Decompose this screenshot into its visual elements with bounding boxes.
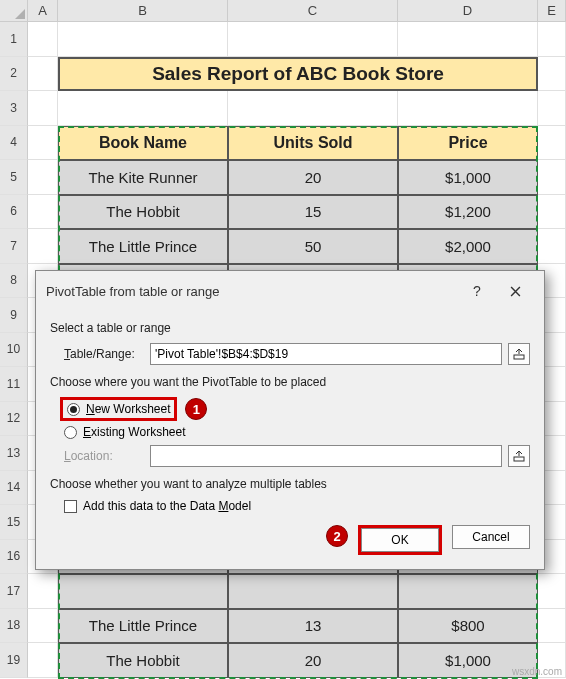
table-row: The Hobbit 20 $1,000: [28, 643, 566, 678]
annotation-box-2: OK: [358, 525, 442, 555]
callout-1: 1: [185, 398, 207, 420]
table-range-label: Table/Range:: [64, 347, 144, 361]
close-icon: [510, 286, 521, 297]
location-label: Location:: [64, 449, 144, 463]
watermark: wsxdn.com: [512, 666, 562, 677]
row-header[interactable]: 4: [0, 126, 28, 161]
row-header[interactable]: 16: [0, 540, 28, 575]
col-header-d[interactable]: D: [398, 0, 538, 21]
svg-rect-0: [514, 355, 524, 359]
annotation-box-1: New Worksheet: [60, 397, 177, 421]
col-header-a[interactable]: A: [28, 0, 58, 21]
radio-existing-worksheet-label: Existing Worksheet: [83, 425, 186, 439]
collapse-dialog-button[interactable]: [508, 343, 530, 365]
collapse-icon: [513, 348, 525, 360]
table-header: Book Name: [58, 126, 228, 161]
dialog-titlebar[interactable]: PivotTable from table or range ?: [36, 271, 544, 311]
section-select-range: Select a table or range: [50, 321, 530, 335]
table-header: Price: [398, 126, 538, 161]
row-header[interactable]: 19: [0, 643, 28, 678]
table-range-input[interactable]: [150, 343, 502, 365]
row-header[interactable]: 13: [0, 436, 28, 471]
table-header: Units Sold: [228, 126, 398, 161]
radio-new-worksheet[interactable]: [67, 403, 80, 416]
row-header[interactable]: 9: [0, 298, 28, 333]
ok-button[interactable]: OK: [361, 528, 439, 552]
checkbox-data-model[interactable]: [64, 500, 77, 513]
select-all-corner[interactable]: [0, 0, 28, 21]
row-header[interactable]: 18: [0, 609, 28, 644]
checkbox-data-model-label: Add this data to the Data Model: [83, 499, 251, 513]
radio-new-worksheet-label: New Worksheet: [86, 402, 170, 416]
table-row: The Kite Runner 20 $1,000: [28, 160, 566, 195]
table-row: The Little Prince 50 $2,000: [28, 229, 566, 264]
col-header-c[interactable]: C: [228, 0, 398, 21]
row-header[interactable]: 11: [0, 367, 28, 402]
collapse-dialog-button-2[interactable]: [508, 445, 530, 467]
radio-existing-worksheet[interactable]: [64, 426, 77, 439]
row-header[interactable]: 10: [0, 333, 28, 368]
column-headers: A B C D E: [0, 0, 566, 22]
row-header[interactable]: 7: [0, 229, 28, 264]
row-header[interactable]: 8: [0, 264, 28, 299]
location-input: [150, 445, 502, 467]
spreadsheet: A B C D E 1 2 3 4 5 6 7 8 9 10 11 12 13 …: [0, 0, 566, 679]
row-header[interactable]: 5: [0, 160, 28, 195]
row-header[interactable]: 6: [0, 195, 28, 230]
svg-rect-1: [514, 457, 524, 461]
row-header[interactable]: 12: [0, 402, 28, 437]
col-header-b[interactable]: B: [58, 0, 228, 21]
row-header[interactable]: 3: [0, 91, 28, 126]
close-button[interactable]: [496, 279, 534, 303]
table-row: The Hobbit 15 $1,200: [28, 195, 566, 230]
pivottable-dialog: PivotTable from table or range ? Select …: [35, 270, 545, 570]
callout-2: 2: [326, 525, 348, 547]
section-multiple-tables: Choose whether you want to analyze multi…: [50, 477, 530, 491]
section-placement: Choose where you want the PivotTable to …: [50, 375, 530, 389]
dialog-title: PivotTable from table or range: [46, 284, 458, 299]
row-headers: 1 2 3 4 5 6 7 8 9 10 11 12 13 14 15 16 1…: [0, 22, 28, 678]
cancel-button[interactable]: Cancel: [452, 525, 530, 549]
row-header[interactable]: 1: [0, 22, 28, 57]
row-header[interactable]: 17: [0, 574, 28, 609]
help-button[interactable]: ?: [458, 279, 496, 303]
report-title: Sales Report of ABC Book Store: [58, 57, 538, 92]
col-header-e[interactable]: E: [538, 0, 566, 21]
table-row: The Little Prince 13 $800: [28, 609, 566, 644]
collapse-icon: [513, 450, 525, 462]
row-header[interactable]: 14: [0, 471, 28, 506]
row-header[interactable]: 15: [0, 505, 28, 540]
row-header[interactable]: 2: [0, 57, 28, 92]
